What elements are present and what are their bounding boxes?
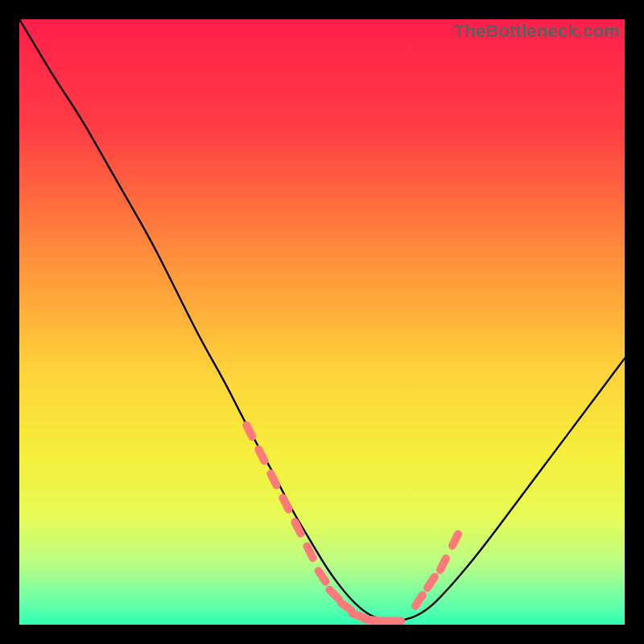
highlight-dash <box>295 522 300 534</box>
highlight-dash <box>440 559 446 570</box>
highlight-dash <box>307 547 312 558</box>
chart-frame: TheBottleneck.com <box>0 0 644 644</box>
highlight-dash <box>258 449 264 460</box>
gradient-bg <box>19 19 625 625</box>
highlight-dash <box>246 425 252 436</box>
highlight-dash <box>270 473 276 485</box>
watermark-text: TheBottleneck.com <box>454 21 620 42</box>
highlight-dash <box>452 535 458 546</box>
chart-svg <box>19 19 625 625</box>
plot-area: TheBottleneck.com <box>19 19 625 625</box>
highlight-dash <box>283 497 288 509</box>
